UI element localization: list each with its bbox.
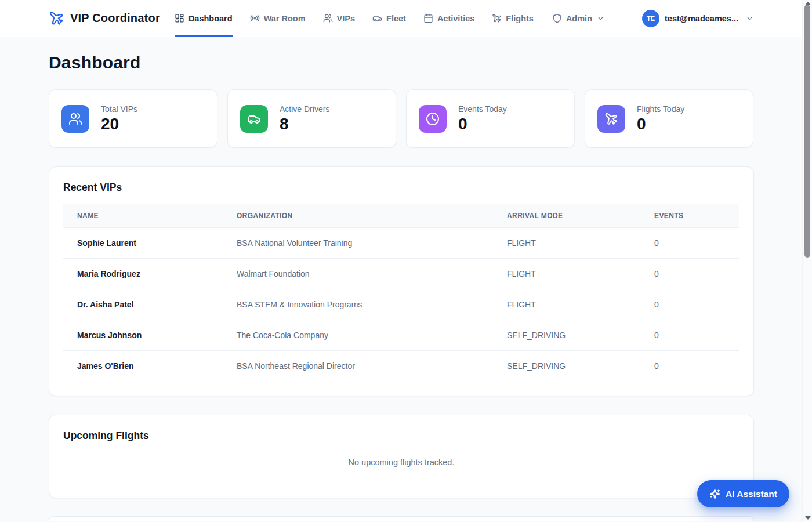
column-header-arrival-mode: ARRIVAL MODE <box>493 204 640 228</box>
plane-icon <box>49 10 64 26</box>
stat-value: 20 <box>101 115 137 133</box>
table-row[interactable]: James O'Brien BSA Northeast Regional Dir… <box>63 351 740 382</box>
stat-value: 0 <box>637 115 684 133</box>
nav-label: Fleet <box>386 14 406 23</box>
vip-events: 0 <box>640 289 740 320</box>
vip-organization: BSA Northeast Regional Director <box>223 351 493 382</box>
admin-menu[interactable]: Admin <box>552 13 605 23</box>
nav-label: War Room <box>264 14 306 23</box>
next-panel-partial <box>49 516 754 521</box>
nav-item-war-room[interactable]: War Room <box>250 0 306 37</box>
admin-label: Admin <box>566 14 592 23</box>
vip-name: Marcus Johnson <box>63 320 223 351</box>
upcoming-flights-title: Upcoming Flights <box>63 430 740 442</box>
dashboard-icon <box>175 13 184 23</box>
vip-events: 0 <box>640 259 740 289</box>
ai-assistant-button[interactable]: AI Assistant <box>697 480 789 507</box>
main-nav: Dashboard War Room VIPs Fleet Activities… <box>175 0 534 37</box>
sparkles-icon <box>709 488 720 499</box>
vip-arrival-mode: SELF_DRIVING <box>493 320 640 351</box>
scrollbar[interactable] <box>802 0 812 522</box>
chevron-down-icon <box>596 14 605 23</box>
nav-label: Activities <box>437 14 474 23</box>
users-icon <box>323 13 333 23</box>
column-header-organization: ORGANIZATION <box>223 204 493 228</box>
table-row[interactable]: Dr. Aisha Patel BSA STEM & Innovation Pr… <box>63 289 740 320</box>
recent-vips-title: Recent VIPs <box>63 182 740 194</box>
vip-name: James O'Brien <box>63 351 223 382</box>
scrollbar-thumb[interactable] <box>804 5 810 258</box>
stat-label: Events Today <box>458 104 507 114</box>
stat-value: 8 <box>280 115 329 133</box>
stat-value: 0 <box>458 115 507 133</box>
vip-arrival-mode: FLIGHT <box>493 289 640 320</box>
vip-arrival-mode: SELF_DRIVING <box>493 351 640 382</box>
user-email: test@madeames... <box>665 14 738 23</box>
vip-organization: BSA STEM & Innovation Programs <box>223 289 493 320</box>
radio-icon <box>250 13 260 23</box>
vip-organization: Walmart Foundation <box>223 259 493 289</box>
car-icon <box>240 105 268 133</box>
nav-item-flights[interactable]: Flights <box>492 0 534 37</box>
vip-name: Dr. Aisha Patel <box>63 289 223 320</box>
brand: VIP Coordinator <box>49 10 160 26</box>
column-header-events: EVENTS <box>640 204 740 228</box>
upcoming-flights-panel: Upcoming Flights No upcoming flights tra… <box>49 415 754 498</box>
vip-events: 0 <box>640 351 740 382</box>
scroll-down-arrow-icon[interactable] <box>805 516 811 520</box>
vip-arrival-mode: FLIGHT <box>493 259 640 289</box>
vip-name: Sophie Laurent <box>63 228 223 259</box>
main-content: Dashboard Total VIPs 20 Active Drivers 8… <box>49 53 754 521</box>
nav-item-activities[interactable]: Activities <box>423 0 474 37</box>
stats-row: Total VIPs 20 Active Drivers 8 Events To… <box>49 89 754 148</box>
table-row[interactable]: Maria Rodriguez Walmart Foundation FLIGH… <box>63 259 740 289</box>
recent-vips-table: NAME ORGANIZATION ARRIVAL MODE EVENTS So… <box>63 204 740 382</box>
clock-icon <box>419 105 447 133</box>
nav-label: VIPs <box>337 14 355 23</box>
car-icon <box>372 13 382 23</box>
avatar: TE <box>642 10 659 27</box>
stat-card-active-drivers: Active Drivers 8 <box>227 89 396 148</box>
vip-name: Maria Rodriguez <box>63 259 223 289</box>
empty-state-text: No upcoming flights tracked. <box>63 458 740 467</box>
app-header: VIP Coordinator Dashboard War Room VIPs … <box>0 0 812 37</box>
recent-vips-panel: Recent VIPs NAME ORGANIZATION ARRIVAL MO… <box>49 166 754 396</box>
vip-arrival-mode: FLIGHT <box>493 228 640 259</box>
user-menu[interactable]: TE test@madeames... <box>642 10 754 27</box>
chevron-down-icon <box>745 14 754 23</box>
shield-icon <box>552 13 562 23</box>
plane-icon <box>597 105 625 133</box>
nav-item-fleet[interactable]: Fleet <box>372 0 406 37</box>
nav-label: Dashboard <box>188 14 233 23</box>
calendar-icon <box>423 13 433 23</box>
vip-organization: The Coca-Cola Company <box>223 320 493 351</box>
table-header-row: NAME ORGANIZATION ARRIVAL MODE EVENTS <box>63 204 740 228</box>
stat-card-total-vips: Total VIPs 20 <box>49 89 217 148</box>
ai-assistant-label: AI Assistant <box>726 489 777 499</box>
plane-icon <box>492 13 502 23</box>
brand-name: VIP Coordinator <box>70 12 160 25</box>
table-row[interactable]: Marcus Johnson The Coca-Cola Company SEL… <box>63 320 740 351</box>
stat-label: Total VIPs <box>101 104 137 114</box>
vip-events: 0 <box>640 228 740 259</box>
table-row[interactable]: Sophie Laurent BSA National Volunteer Tr… <box>63 228 740 259</box>
stat-label: Active Drivers <box>280 104 329 114</box>
stat-label: Flights Today <box>637 104 684 114</box>
page-title: Dashboard <box>49 53 754 72</box>
vip-events: 0 <box>640 320 740 351</box>
users-icon <box>61 105 89 133</box>
column-header-name: NAME <box>63 204 223 228</box>
nav-label: Flights <box>506 14 534 23</box>
nav-item-vips[interactable]: VIPs <box>323 0 355 37</box>
stat-card-flights-today: Flights Today 0 <box>585 89 753 148</box>
vip-organization: BSA National Volunteer Training <box>223 228 493 259</box>
stat-card-events-today: Events Today 0 <box>406 89 575 148</box>
nav-item-dashboard[interactable]: Dashboard <box>175 0 233 37</box>
